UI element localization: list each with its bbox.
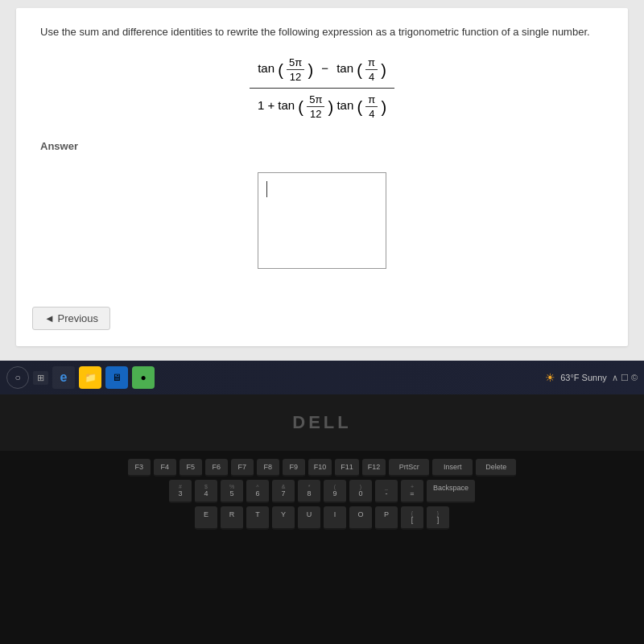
dell-logo: DELL: [292, 412, 351, 433]
key-minus[interactable]: _-: [375, 480, 398, 503]
function-key-row: F3 F4 F5 F6 F7 F8 F9 F10 F11 F12 PrtScr …: [0, 459, 644, 477]
key-f11[interactable]: F11: [335, 459, 359, 477]
key-rbrace[interactable]: }]: [427, 506, 449, 530]
weather-sun-icon: ☀: [545, 371, 555, 384]
key-dollar-4[interactable]: $4: [195, 480, 217, 503]
keyboard: F3 F4 F5 F6 F7 F8 F9 F10 F11 F12 PrtScr …: [0, 451, 644, 644]
key-o[interactable]: O: [349, 506, 372, 530]
answer-input-box[interactable]: [258, 172, 386, 269]
key-f7[interactable]: F7: [231, 459, 254, 477]
key-f4[interactable]: F4: [154, 459, 176, 477]
text-cursor: [266, 181, 267, 197]
fraction-5pi-12-denom: 5π 12: [307, 93, 324, 120]
key-t[interactable]: T: [246, 506, 269, 530]
key-p[interactable]: P: [375, 506, 398, 530]
key-lparen-9[interactable]: (9: [324, 480, 346, 503]
key-equals[interactable]: +=: [401, 480, 423, 503]
dell-brand-area: DELL: [0, 394, 644, 451]
tan-label-2: tan: [336, 61, 353, 75]
fraction-pi-4-denom: π 4: [365, 93, 378, 120]
key-insert[interactable]: Insert: [432, 459, 473, 477]
system-tray-icons: ∧ ☐ ©: [612, 373, 638, 383]
taskbar-green-icon[interactable]: ●: [132, 366, 155, 389]
taskbar: ○ ⊞ e 📁 🖥 ● ☀ 63°F Sunny ∧ ☐ ©: [0, 361, 644, 394]
key-hash-3[interactable]: #3: [169, 480, 192, 503]
search-icon[interactable]: ○: [6, 366, 29, 389]
number-key-row: #3 $4 %5 ^6 &7 *8 (9 )0 _- += Backspace: [0, 480, 644, 503]
key-delete[interactable]: Delete: [476, 459, 516, 477]
answer-box-container: [40, 164, 604, 277]
key-star-8[interactable]: *8: [298, 480, 320, 503]
weather-text: 63°F Sunny: [560, 373, 607, 382]
taskbar-right: ☀ 63°F Sunny ∧ ☐ ©: [545, 371, 638, 384]
key-rparen-0[interactable]: )0: [349, 480, 372, 503]
key-percent-5[interactable]: %5: [221, 480, 243, 503]
key-lbrace[interactable]: {[: [401, 506, 423, 530]
key-r[interactable]: R: [221, 506, 243, 530]
key-f12[interactable]: F12: [362, 459, 386, 477]
key-prtscr[interactable]: PrtScr: [389, 459, 429, 477]
content-area: Use the sum and difference identities to…: [16, 8, 628, 346]
key-f6[interactable]: F6: [205, 459, 228, 477]
taskbar-edge-icon[interactable]: e: [52, 366, 75, 389]
key-u[interactable]: U: [298, 506, 320, 530]
key-caret-6[interactable]: ^6: [246, 480, 269, 503]
math-expression: tan ( 5π 12 ) − tan ( π 4 ) 1 + tan: [40, 56, 604, 120]
key-f10[interactable]: F10: [308, 459, 332, 477]
key-f5[interactable]: F5: [180, 459, 202, 477]
taskbar-app-icon[interactable]: 🖥: [105, 366, 128, 389]
alpha-key-row: E R T Y U I O P {[ }]: [0, 506, 644, 530]
question-text: Use the sum and difference identities to…: [40, 24, 604, 40]
key-i[interactable]: I: [324, 506, 346, 530]
laptop-screen: Use the sum and difference identities to…: [0, 0, 644, 394]
fraction-5pi-12: 5π 12: [287, 56, 304, 83]
key-f3[interactable]: F3: [128, 459, 151, 477]
key-y[interactable]: Y: [272, 506, 295, 530]
answer-label: Answer: [40, 140, 604, 152]
tan-label-1: tan: [258, 61, 275, 75]
key-backspace[interactable]: Backspace: [427, 480, 475, 503]
previous-button[interactable]: ◄ Previous: [32, 307, 110, 330]
key-f8[interactable]: F8: [257, 459, 279, 477]
taskbar-icon-windows[interactable]: ⊞: [33, 371, 48, 385]
fraction-pi-4-top: π 4: [365, 56, 378, 83]
key-amp-7[interactable]: &7: [272, 480, 295, 503]
taskbar-folder-icon[interactable]: 📁: [79, 366, 101, 389]
key-e[interactable]: E: [195, 506, 217, 530]
key-f9[interactable]: F9: [283, 459, 305, 477]
